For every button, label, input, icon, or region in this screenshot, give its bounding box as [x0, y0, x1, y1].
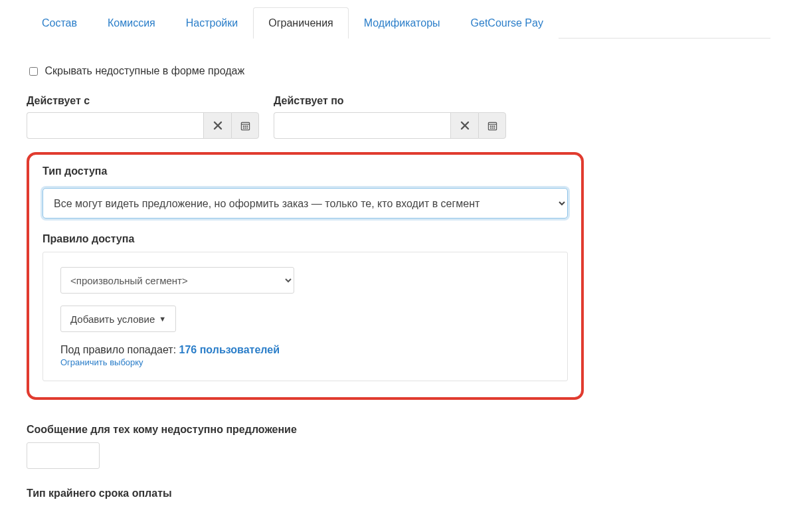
tab-ogranicheniya[interactable]: Ограничения	[253, 7, 349, 39]
access-highlight-box: Тип доступа Все могут видеть предложение…	[27, 152, 584, 400]
hide-unavailable-text: Скрывать недоступные в форме продаж	[44, 65, 244, 76]
date-to-input[interactable]	[274, 112, 450, 139]
unavailable-message-label: Сообщение для тех кому недоступно предло…	[27, 424, 770, 436]
date-from-label: Действует с	[27, 95, 259, 107]
date-to-clear-button[interactable]	[450, 112, 478, 139]
date-to-calendar-button[interactable]	[478, 112, 506, 139]
access-rule-box: <произвольный сегмент> Добавить условие …	[43, 252, 568, 381]
tabs-bar: Состав Комиссия Настройки Ограничения Мо…	[27, 7, 770, 39]
calendar-icon	[487, 121, 497, 131]
hide-unavailable-label[interactable]: Скрывать недоступные в форме продаж	[27, 65, 244, 76]
tab-getcourse-pay[interactable]: GetCourse Pay	[456, 7, 559, 39]
limit-selection-link[interactable]: Ограничить выборку	[60, 357, 550, 367]
hide-unavailable-row: Скрывать недоступные в форме продаж	[27, 65, 770, 78]
rule-match-count-link[interactable]: 176 пользователей	[179, 344, 280, 355]
date-to-label: Действует по	[274, 95, 506, 107]
svg-rect-3	[244, 126, 246, 127]
date-from-clear-button[interactable]	[203, 112, 231, 139]
add-condition-button[interactable]: Добавить условие ▼	[60, 306, 176, 332]
date-from-input[interactable]	[27, 112, 203, 139]
tab-komissiya[interactable]: Комиссия	[92, 7, 171, 39]
svg-rect-2	[242, 126, 244, 127]
date-to-field: Действует по	[274, 95, 506, 139]
deadline-type-label: Тип крайнего срока оплаты	[27, 488, 770, 499]
date-from-field: Действует с	[27, 95, 259, 139]
add-condition-label: Добавить условие	[70, 313, 155, 325]
svg-rect-7	[246, 128, 248, 129]
date-from-calendar-button[interactable]	[231, 112, 259, 139]
tab-nastroyki[interactable]: Настройки	[171, 7, 253, 39]
rule-match-info: Под правило попадает: 176 пользователей …	[60, 344, 550, 367]
svg-rect-5	[242, 128, 244, 129]
segment-select[interactable]: <произвольный сегмент>	[60, 267, 294, 294]
svg-rect-10	[489, 126, 491, 127]
svg-rect-11	[491, 126, 493, 127]
date-to-group	[274, 112, 506, 139]
svg-rect-12	[493, 126, 495, 127]
tab-modifikatory[interactable]: Модификаторы	[349, 7, 456, 39]
svg-rect-13	[489, 128, 491, 129]
close-icon	[460, 121, 470, 130]
hide-unavailable-checkbox[interactable]	[29, 67, 38, 76]
unavailable-message-input[interactable]	[27, 442, 100, 469]
close-icon	[213, 121, 222, 130]
access-type-label: Тип доступа	[43, 165, 568, 177]
svg-rect-4	[246, 126, 248, 127]
svg-rect-14	[491, 128, 493, 129]
date-from-group	[27, 112, 259, 139]
tab-sostav[interactable]: Состав	[27, 7, 92, 39]
svg-rect-6	[244, 128, 246, 129]
date-range: Действует с Действует по	[27, 95, 770, 139]
access-type-select[interactable]: Все могут видеть предложение, но оформит…	[43, 188, 568, 219]
access-rule-label: Правило доступа	[43, 233, 568, 245]
calendar-icon	[240, 121, 250, 131]
caret-down-icon: ▼	[159, 315, 166, 323]
svg-rect-15	[493, 128, 495, 129]
rule-match-prefix: Под правило попадает:	[60, 344, 179, 355]
